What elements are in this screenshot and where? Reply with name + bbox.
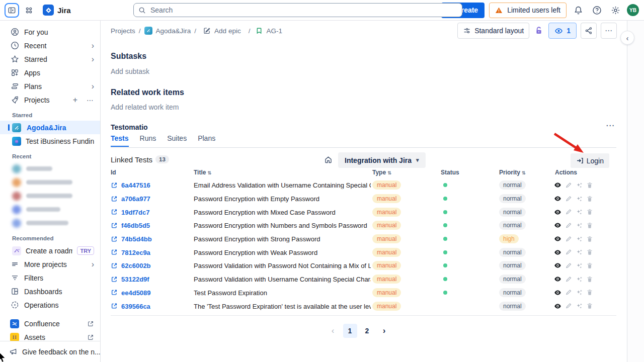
view-test-icon[interactable] [554,195,561,203]
add-project-icon[interactable]: + [73,96,77,104]
watchers-button[interactable]: 1 [548,23,577,39]
view-test-icon[interactable] [554,222,561,229]
test-id-link[interactable]: 62c6002b [121,262,151,269]
recent-project-blurred[interactable] [0,216,100,230]
unlock-icon[interactable] [534,26,543,35]
open-test-external-icon[interactable] [111,182,118,189]
avatar[interactable]: YB [627,4,639,16]
breadcrumb-add-epic[interactable]: Add epic [214,27,241,35]
view-test-icon[interactable] [554,289,561,296]
view-test-icon[interactable] [554,262,561,269]
column-header-priority[interactable]: Priority⇅ [499,169,526,176]
breadcrumb-project[interactable]: Agoda&Jira [156,27,191,35]
ai-sparkles-icon[interactable] [576,195,583,202]
notifications-icon[interactable] [571,3,585,17]
delete-test-icon[interactable] [586,182,593,189]
delete-test-icon[interactable] [586,289,593,296]
ai-sparkles-icon[interactable] [576,235,583,242]
test-id-link[interactable]: 19df7dc7 [121,208,149,216]
search-bar[interactable] [133,3,462,17]
column-header-id[interactable]: Id [111,169,116,176]
ai-sparkles-icon[interactable] [576,303,583,310]
testomatio-more-button[interactable]: ⋯ [606,120,615,131]
edit-test-icon[interactable] [565,235,572,242]
tab-runs[interactable]: Runs [140,134,156,147]
prev-page-button[interactable]: ‹ [326,324,340,338]
sidebar-item-filters[interactable]: Filters [0,271,100,285]
sidebar-item-apps[interactable]: Apps [0,66,100,79]
view-test-icon[interactable] [554,182,561,189]
sidebar-project-agoda-jira[interactable]: Agoda&Jira [0,121,100,134]
add-subtask-button[interactable]: Add subtask [111,67,149,75]
test-id-link[interactable]: 53122d9f [121,276,149,283]
open-test-external-icon[interactable] [111,303,118,310]
sidebar-toggle-button[interactable] [5,3,19,18]
sidebar-project-test-ibusiness[interactable]: Test iBusiness Funding [0,134,100,148]
edit-test-icon[interactable] [565,262,572,269]
ai-sparkles-icon[interactable] [576,222,583,229]
test-id-link[interactable]: 7812ec9a [121,248,150,256]
open-test-external-icon[interactable] [111,289,118,296]
edit-test-icon[interactable] [565,249,572,256]
projects-more-icon[interactable]: ⋯ [87,97,94,104]
share-button[interactable] [581,23,597,39]
view-test-icon[interactable] [554,302,561,310]
test-id-link[interactable]: f46db5d5 [121,222,150,229]
open-test-external-icon[interactable] [111,195,118,202]
test-id-link[interactable]: 74b5d4bb [121,235,152,243]
edit-test-icon[interactable] [565,182,572,189]
ai-sparkles-icon[interactable] [576,182,583,189]
tab-plans[interactable]: Plans [198,134,215,147]
column-header-title[interactable]: Title⇅ [194,169,211,176]
more-actions-button[interactable]: ⋯ [601,23,617,39]
test-id-link[interactable]: a706a977 [121,195,150,203]
recent-project-blurred[interactable] [0,175,100,189]
delete-test-icon[interactable] [586,222,593,229]
sidebar-item-projects[interactable]: Projects + ⋯ [0,93,100,107]
ai-sparkles-icon[interactable] [576,289,583,296]
sidebar-item-operations[interactable]: Operations [0,298,100,312]
help-icon[interactable] [590,3,604,17]
test-id-link[interactable]: 639566ca [121,302,150,310]
give-feedback-button[interactable]: Give feedback on the n... [0,341,100,362]
open-test-external-icon[interactable] [111,209,118,216]
test-id-link[interactable]: 6a447516 [121,182,150,189]
test-id-link[interactable]: ee4d5089 [121,289,151,296]
add-related-work-item-button[interactable]: Add related work item [111,103,179,111]
edit-test-icon[interactable] [565,289,572,296]
delete-test-icon[interactable] [586,209,593,216]
home-icon[interactable] [324,155,333,164]
open-test-external-icon[interactable] [111,249,118,256]
ai-sparkles-icon[interactable] [576,209,583,216]
collapse-panel-button[interactable]: ‹ [620,31,634,45]
next-page-button[interactable]: › [377,324,391,338]
edit-test-icon[interactable] [565,303,572,310]
delete-test-icon[interactable] [586,276,593,283]
view-test-icon[interactable] [554,235,561,243]
ai-sparkles-icon[interactable] [576,249,583,256]
open-test-external-icon[interactable] [111,262,118,269]
sidebar-item-confluence[interactable]: Confluence [0,317,100,330]
column-header-type[interactable]: Type⇅ [372,169,391,176]
sidebar-item-starred[interactable]: Starred › [0,52,100,66]
delete-test-icon[interactable] [586,303,593,310]
limited-users-button[interactable]: Limited users left [489,3,567,18]
view-test-icon[interactable] [554,248,561,256]
view-test-icon[interactable] [554,276,561,283]
sidebar-item-for-you[interactable]: For you [0,25,100,39]
layout-button[interactable]: Standard layout [457,23,529,39]
search-input[interactable] [149,6,457,15]
breadcrumb-projects[interactable]: Projects [111,27,135,35]
sidebar-item-create-roadmap[interactable]: Create a roadmap TRY [0,244,100,257]
open-test-external-icon[interactable] [111,235,118,242]
edit-test-icon[interactable] [565,209,572,216]
login-button[interactable]: Login [571,153,609,168]
view-test-icon[interactable] [554,208,561,216]
delete-test-icon[interactable] [586,195,593,202]
edit-test-icon[interactable] [565,222,572,229]
project-selector-dropdown[interactable]: Integration with Jira ▾ [338,152,426,168]
recent-project-blurred[interactable] [0,162,100,175]
open-test-external-icon[interactable] [111,222,118,229]
delete-test-icon[interactable] [586,235,593,242]
page-1-button[interactable]: 1 [343,324,357,338]
